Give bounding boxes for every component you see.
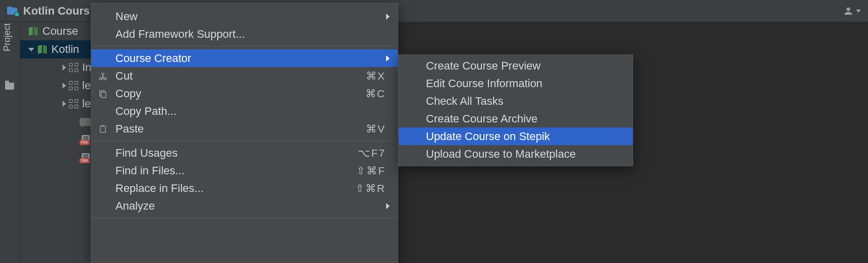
course-creator-submenu[interactable]: Create Course Preview Edit Course Inform… [398,54,633,166]
menu-shortcut: ⇧⌘F [356,165,386,177]
submenu-arrow-icon [386,55,390,61]
menu-label: Course Creator [115,52,191,65]
paste-icon [98,123,109,135]
menu-label: Find in Files... [115,164,184,177]
svg-point-0 [99,78,102,80]
menu-item-upload-marketplace[interactable]: Upload Course to Marketplace [399,145,633,163]
module-icon [69,81,78,90]
menu-item-replace-in-files[interactable]: Replace in Files... ⇧⌘R [91,179,398,197]
yaml-icon: YML [80,153,91,163]
chevron-right-icon[interactable] [63,64,66,71]
module-icon [69,99,78,108]
menu-item-find-in-files[interactable]: Find in Files... ⇧⌘F [91,162,398,179]
menu-item-course-creator[interactable]: Course Creator [91,49,398,67]
menu-item-update-stepik[interactable]: Update Course on Stepik [399,127,633,145]
submenu-arrow-icon [386,14,390,20]
menu-shortcut: ⌘X [366,70,386,82]
menu-label: Copy Path... [115,105,176,118]
menu-item-check-tasks[interactable]: Check All Tasks [399,92,633,110]
menu-label: Upload Course to Marketplace [426,148,576,161]
submenu-arrow-icon [386,203,390,209]
menu-item-find-usages[interactable]: Find Usages ⌥F7 [91,144,398,162]
menu-item-cut[interactable]: Cut ⌘X [91,67,398,85]
dropdown-caret-icon [856,10,861,13]
menu-separator [92,46,397,46]
svg-rect-3 [101,92,106,98]
breadcrumb-title: Kotlin Cours [23,5,90,18]
menu-separator [92,218,397,218]
copy-icon [98,88,109,99]
svg-rect-4 [100,126,106,133]
menu-item-create-preview[interactable]: Create Course Preview [399,57,633,75]
project-folder-icon [7,7,18,16]
menu-item-paste[interactable]: Paste ⌘V [91,120,398,138]
module-icon [69,63,78,72]
menu-item-edit-info[interactable]: Edit Course Information [399,75,633,92]
tree-label: Course [42,25,78,38]
menu-item-copy-path[interactable]: Copy Path... [91,102,398,120]
chevron-right-icon[interactable] [63,101,66,107]
menu-item-create-archive[interactable]: Create Course Archive [399,110,633,127]
menu-label: Edit Course Information [426,77,542,90]
gradle-icon [80,118,91,126]
menu-label: Cut [115,70,133,83]
menu-label: Check All Tasks [426,95,504,108]
menu-label: Update Course on Stepik [426,130,550,143]
menu-label: Add Framework Support... [115,28,245,41]
menu-label: Create Course Preview [426,59,540,73]
menu-label: Analyze [115,200,155,213]
menu-shortcut: ⌘C [365,88,386,100]
menu-shortcut: ⌘V [366,123,386,135]
svg-point-1 [104,78,106,80]
course-icon [37,44,47,54]
account-button[interactable] [843,0,861,22]
menu-label: Replace in Files... [115,182,204,195]
menu-item-copy[interactable]: Copy ⌘C [91,85,398,102]
chevron-down-icon[interactable] [28,48,34,51]
cut-icon [98,71,109,82]
project-toolwindow-tab[interactable]: Project [2,17,13,57]
menu-item-analyze[interactable]: Analyze [91,197,398,215]
yaml-icon: YML [80,135,91,145]
menu-label: Find Usages [115,147,178,160]
context-menu[interactable]: New Add Framework Support... Course Crea… [91,3,398,263]
menu-label: Copy [115,87,141,100]
user-icon [843,6,854,17]
menu-label: Paste [115,122,144,136]
menu-item-new[interactable]: New [91,8,398,25]
chevron-right-icon[interactable] [63,83,66,89]
course-icon [28,26,38,36]
menu-item-add-framework[interactable]: Add Framework Support... [91,25,398,43]
folder-icon[interactable] [5,83,14,90]
tree-label: Kotlin [51,43,79,56]
menu-label: New [115,10,138,23]
svg-rect-5 [102,125,104,126]
menu-shortcut: ⌥F7 [358,147,386,159]
menu-label: Create Course Archive [426,112,537,125]
menu-separator [92,141,397,141]
menu-shortcut: ⇧⌘R [355,182,386,194]
toolwindow-gutter: Project [0,22,20,263]
